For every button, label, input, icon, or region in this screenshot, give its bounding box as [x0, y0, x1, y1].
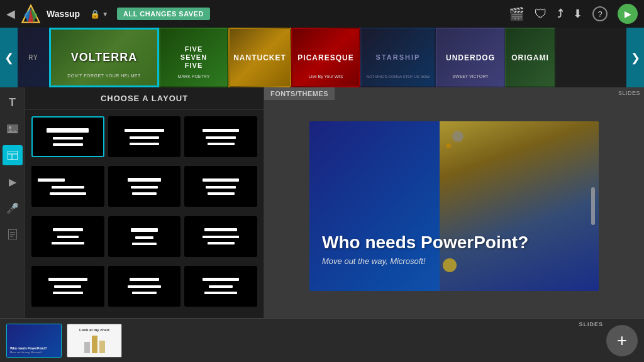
sidebar-item-mic[interactable]: 🎤: [3, 198, 23, 218]
chart-bar-1: [84, 342, 90, 353]
app-logo: [21, 4, 40, 23]
chart-bars: [84, 336, 105, 353]
theme-item-origami[interactable]: ORIGAMI: [505, 28, 555, 87]
main-area: T ▶ 🎤 CHOOSE A LAYOUT: [0, 87, 644, 318]
lock-dropdown-icon: ▼: [102, 11, 108, 18]
theme-item-volterra[interactable]: VOLTERRA DON'T FORGET YOUR HELMET: [49, 28, 159, 87]
download-icon[interactable]: ⬇: [573, 7, 582, 21]
slides-tray-label: SLIDES: [579, 321, 603, 327]
slide-text-area: Who needs PowerPoint? Move out the way, …: [322, 233, 586, 266]
theme-item-partial[interactable]: RY: [18, 28, 49, 87]
chart-bar-3: [99, 341, 105, 353]
save-status-badge: ALL CHANGES SAVED: [117, 8, 210, 20]
svg-point-5: [9, 126, 11, 129]
layouts-grid: [25, 110, 264, 318]
sidebar-item-layout[interactable]: [3, 145, 23, 165]
slides-tray: Who needs PowerPoint? Move out the way, …: [0, 318, 644, 362]
content-area: FONTS/THEMES Who needs PowerPoint? Move …: [264, 87, 644, 318]
slides-label: SLIDES: [618, 90, 640, 96]
theme-item-picaresque[interactable]: PICARESQUE Live By Your Wits: [291, 28, 360, 87]
shield-icon[interactable]: 🛡: [535, 7, 547, 21]
play-button[interactable]: ▶: [618, 4, 638, 24]
slide-preview: Who needs PowerPoint? Move out the way, …: [264, 87, 644, 318]
layout-thumb-5[interactable]: [108, 166, 181, 207]
left-sidebar: T ▶ 🎤: [0, 87, 25, 318]
add-slide-button[interactable]: +: [606, 325, 638, 356]
project-name[interactable]: Wassup: [47, 9, 80, 19]
layout-thumb-10[interactable]: [31, 266, 104, 307]
layout-thumb-1[interactable]: [31, 116, 104, 157]
svg-rect-7: [8, 151, 18, 160]
sidebar-item-text[interactable]: T: [3, 92, 23, 112]
layout-thumb-11[interactable]: [108, 266, 181, 307]
slide-canvas: Who needs PowerPoint? Move out the way, …: [309, 121, 599, 291]
theme-item-underdog[interactable]: UNDERDOG SWEET VICTORY: [436, 28, 505, 87]
panel-header: CHOOSE A LAYOUT: [25, 87, 264, 110]
slide-thumb-2[interactable]: Look at my chart: [67, 324, 122, 358]
top-icons: 🎬 🛡 ⤴ ⬇ ? ▶: [509, 4, 638, 24]
back-button[interactable]: ◀: [6, 7, 15, 21]
layout-thumb-7[interactable]: [31, 216, 104, 257]
theme-item-nantucket[interactable]: NANTUCKET: [228, 28, 291, 87]
layout-thumb-12[interactable]: [184, 266, 257, 307]
layout-thumb-9[interactable]: [184, 216, 257, 257]
top-bar: ◀ Wassup 🔒 ▼ ALL CHANGES SAVED 🎬 🛡 ⤴ ⬇ ?…: [0, 0, 644, 28]
layout-thumb-6[interactable]: [184, 166, 257, 207]
theme-next-button[interactable]: ❯: [626, 28, 644, 87]
slide-thumb-1-subtitle: Move out the way, Microsoft!: [10, 351, 42, 354]
theme-item-starship[interactable]: STARSHIP NOTHING'S GONNA STOP US NOW: [360, 28, 436, 87]
theme-strip: ❮ RY VOLTERRA DON'T FORGET YOUR HELMET F…: [0, 28, 644, 87]
lock-icon: 🔒: [90, 9, 100, 19]
lock-area[interactable]: 🔒 ▼: [90, 9, 108, 19]
theme-prev-button[interactable]: ❮: [0, 28, 18, 87]
help-icon[interactable]: ?: [592, 6, 608, 21]
layout-thumb-3[interactable]: [184, 116, 257, 157]
themes-container: RY VOLTERRA DON'T FORGET YOUR HELMET FIV…: [18, 28, 626, 87]
sidebar-item-image[interactable]: [3, 119, 23, 139]
share-icon[interactable]: ⤴: [557, 8, 563, 21]
slide-main-title: Who needs PowerPoint?: [322, 233, 586, 253]
slide-subtitle: Move out the way, Microsoft!: [322, 256, 586, 266]
layout-thumb-8[interactable]: [108, 216, 181, 257]
layout-thumb-2[interactable]: [108, 116, 181, 157]
scroll-handle[interactable]: [591, 187, 595, 225]
layout-panel: CHOOSE A LAYOUT: [25, 87, 264, 318]
sidebar-item-play[interactable]: ▶: [3, 172, 23, 192]
slide-thumb-2-title: Look at my chart: [79, 328, 109, 332]
chart-bar-2: [92, 336, 97, 353]
film-icon[interactable]: 🎬: [509, 6, 525, 21]
theme-item-fiveseven[interactable]: FIVE SEVEN FIVE MARK POETRY: [159, 28, 228, 87]
sidebar-item-doc[interactable]: [3, 224, 23, 244]
layout-thumb-4[interactable]: [31, 166, 104, 207]
slide-thumb-1[interactable]: Who needs PowerPoint? Move out the way, …: [6, 324, 62, 358]
